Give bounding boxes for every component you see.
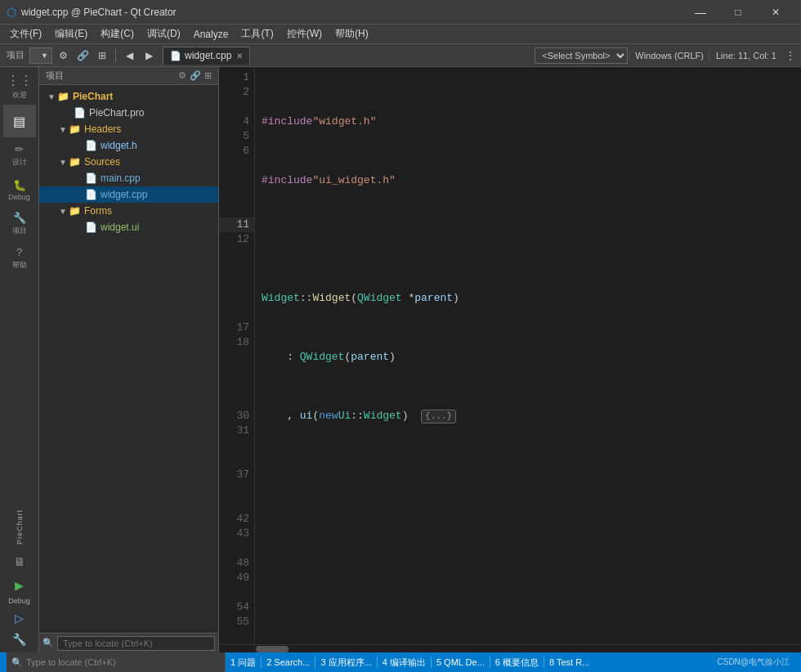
search-icon-status: 🔍 [11,657,23,668]
code-line-6: , ui(new Ui::Widget) {...} [262,409,801,423]
tree-file-widget-ui[interactable]: 📄 widget.ui [39,219,218,235]
code-line-8 [262,512,801,526]
activity-editor[interactable]: ▤ [3,105,36,137]
title-text: widget.cpp @ PieChart - Qt Creator [21,7,682,18]
menu-debug[interactable]: 调试(D) [141,25,187,43]
code-line-1: #include "widget.h" [262,114,801,129]
app-icon: ⬡ [7,6,16,19]
status-item-6[interactable]: 6 概要信息 [490,652,544,672]
tree-file-widget-cpp[interactable]: 📄 widget.cpp [39,186,218,203]
sidebar: 项目 ⚙ 🔗 ⊞ ▼ 📁 PieChart 📄 PieChart.pro [39,67,219,652]
collapse-button[interactable]: ⊞ [93,47,111,65]
watermark-text: CSDN@电气徐小江 [718,656,795,668]
status-item-5[interactable]: 5 QML De... [432,652,490,672]
sidebar-content: ▼ 📁 PieChart 📄 PieChart.pro ▼ 📁 Headers … [39,85,218,633]
nav-next-button[interactable]: ▶ [140,47,158,65]
menu-build[interactable]: 构建(C) [94,25,141,43]
tree-root-piechart[interactable]: ▼ 📁 PieChart [39,88,218,105]
collapse-tree-icon[interactable]: ⊞ [204,70,212,81]
close-button[interactable]: ✕ [757,0,794,25]
code-line-2: #include "ui_widget.h" [262,173,801,188]
status-item-4[interactable]: 4 编译输出 [378,652,431,672]
link-button[interactable]: 🔗 [74,47,92,65]
nav-prev-button[interactable]: ◀ [120,47,138,65]
encoding-label: Windows (CRLF) [629,51,709,60]
menu-edit[interactable]: 编辑(E) [48,25,94,43]
activity-projects[interactable]: 🔧 项目 [3,208,36,240]
tree-file-piechart-pro[interactable]: 📄 PieChart.pro [39,105,218,121]
code-line-9 [262,556,801,571]
status-item-2[interactable]: 2 Search... [262,652,315,672]
symbol-select[interactable]: <Select Symbol> [535,47,628,64]
debug-monitor-icon[interactable]: 🖥 [3,549,36,574]
code-line-10 [262,600,801,615]
project-dropdown[interactable]: ▼ [29,47,52,64]
debug-project-label: PieChart 🖥 ▶ Debug ▷ 🔧 [3,509,36,652]
tree-folder-sources[interactable]: ▼ 📁 Sources [39,154,218,170]
search-input[interactable] [57,636,215,651]
menu-bar: 文件(F) 编辑(E) 构建(C) 调试(D) Analyze 工具(T) 控件… [0,25,801,44]
tree-folder-forms[interactable]: ▼ 📁 Forms [39,203,218,219]
code-line-3 [262,232,801,247]
title-bar: ⬡ widget.cpp @ PieChart - Qt Creator — □… [0,0,801,25]
maximize-button[interactable]: □ [719,0,757,25]
activity-help[interactable]: ? 帮助 [3,242,36,275]
project-label: 项目 [3,49,28,61]
status-item-3[interactable]: 3 应用程序... [315,652,376,672]
sidebar-header: 项目 ⚙ 🔗 ⊞ [39,67,218,85]
debug-label-bottom: Debug [8,597,30,605]
code-line-7 [262,468,801,482]
code-content[interactable]: #include "widget.h" #include "ui_widget.… [255,67,801,644]
code-area: 1 2 3 4 5 6 7 8 9 10 11 12 13 14 15 16 1… [219,67,801,644]
status-search-text: Type to locate (Ctrl+K) [26,657,116,667]
minimize-button[interactable]: — [682,0,719,25]
status-search-area: 🔍 Type to locate (Ctrl+K) [7,652,226,672]
tree-file-widget-h[interactable]: 📄 widget.h [39,137,218,154]
search-bar: 🔍 [39,633,218,652]
menu-analyze[interactable]: Analyze [187,25,235,43]
build-tool-button[interactable]: 🔧 [3,629,36,649]
tree-file-main-cpp[interactable]: 📄 main.cpp [39,170,218,186]
pie-chart-label: PieChart [16,509,24,544]
main-layout: ⋮⋮ 欢迎 ▤ ✏ 设计 🐛 Debug 🔧 项目 ? 帮助 PieChart … [0,67,801,652]
menu-tools[interactable]: 工具(T) [235,25,280,43]
code-line-5: : QWidget(parent) [262,350,801,365]
code-line-4: Widget::Widget(QWidget *parent) [262,291,801,306]
step-over-button[interactable]: ▷ [3,608,36,628]
filter-button[interactable]: ⚙ [54,47,72,65]
line-col-info: Line: 11, Col: 1 [711,51,781,60]
activity-bar: ⋮⋮ 欢迎 ▤ ✏ 设计 🐛 Debug 🔧 项目 ? 帮助 PieChart … [0,67,39,652]
editor-area: 1 2 3 4 5 6 7 8 9 10 11 12 13 14 15 16 1… [219,67,801,652]
activity-debug[interactable]: 🐛 Debug [3,173,36,206]
activity-design[interactable]: ✏ 设计 [3,139,36,172]
status-bar: 🔍 Type to locate (Ctrl+K) 1 问题 2 Search.… [0,652,801,672]
line-numbers: 1 2 3 4 5 6 7 8 9 10 11 12 13 14 15 16 1… [219,67,255,644]
h-scrollbar[interactable] [219,644,801,652]
editor-options-button[interactable]: ⋮ [783,48,798,63]
menu-help[interactable]: 帮助(H) [329,25,375,43]
status-item-7[interactable]: 8 Test R... [544,652,594,672]
tab-close-icon[interactable]: ✕ [236,52,243,60]
window-controls: — □ ✕ [682,0,794,25]
menu-controls[interactable]: 控件(W) [280,25,329,43]
toolbar: 项目 ▼ ⚙ 🔗 ⊞ ◀ ▶ 📄 widget.cpp ✕ <Select Sy… [0,44,801,67]
search-icon: 🔍 [43,638,54,648]
file-tab-widget.cpp[interactable]: 📄 widget.cpp ✕ [163,47,250,65]
debug-run-button[interactable]: ▶ [3,576,36,595]
tree-folder-headers[interactable]: ▼ 📁 Headers [39,121,218,137]
activity-welcome[interactable]: ⋮⋮ 欢迎 [3,70,36,103]
status-item-1[interactable]: 1 问题 [226,652,261,672]
menu-file[interactable]: 文件(F) [3,25,48,43]
filter-icon[interactable]: ⚙ [178,70,186,81]
link-tree-icon[interactable]: 🔗 [190,70,201,81]
